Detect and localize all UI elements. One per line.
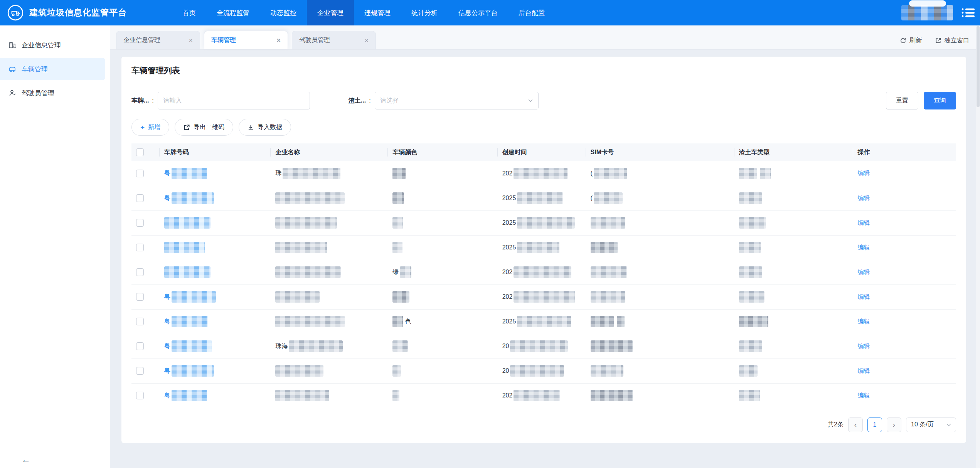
redacted-color [392,192,404,204]
type-filter-select[interactable]: 请选择 [375,92,539,109]
edit-link[interactable]: 编辑 [858,170,870,176]
redacted-created [517,316,571,327]
redacted-sim [594,168,627,179]
redacted-company [275,291,320,303]
row-checkbox[interactable] [136,170,144,177]
table-row: 粤 2025 ( 编辑 [131,186,956,210]
filter-buttons: 重置 查询 [886,92,956,109]
row-checkbox[interactable] [136,219,144,227]
row-checkbox[interactable] [136,392,144,399]
page-title: 车辆管理列表 [121,57,966,83]
redacted-sim [591,365,623,377]
prev-page-button[interactable]: ‹ [848,417,863,432]
redacted-created [510,340,568,352]
redacted-color [392,242,402,253]
row-checkbox[interactable] [136,342,144,350]
edit-link[interactable]: 编辑 [858,367,870,374]
plate-filter-input[interactable] [158,92,310,109]
tab-drivers[interactable]: 驾驶员管理 × [292,31,376,49]
sidebar-item-enterprise-info[interactable]: 企业信息管理 [0,34,105,56]
row-checkbox[interactable] [136,293,144,301]
redacted-type [739,266,762,278]
building-icon [8,41,16,49]
close-icon[interactable]: × [276,37,281,44]
redacted-created [514,168,567,179]
col-company: 企业名称 [271,143,388,161]
redacted-company [275,242,327,253]
plate-fragment: 粤 [164,195,170,201]
edit-link[interactable]: 编辑 [858,343,870,349]
reset-button[interactable]: 重置 [886,92,918,109]
edit-link[interactable]: 编辑 [858,244,870,251]
select-placeholder: 请选择 [381,97,399,105]
edit-link[interactable]: 编辑 [858,392,870,399]
row-checkbox[interactable] [136,367,144,375]
search-button[interactable]: 查询 [924,92,956,109]
row-checkbox[interactable] [136,194,144,202]
sidebar-collapse-arrow[interactable]: ← [21,455,30,464]
next-page-button[interactable]: › [887,417,901,432]
page-number[interactable]: 1 [867,417,882,432]
hamburger-menu-icon[interactable] [961,8,975,18]
nav-item-dynamic-monitor[interactable]: 动态监控 [260,0,307,25]
redacted-created [514,266,571,278]
sidebar-item-vehicles[interactable]: 车辆管理 [0,58,105,80]
close-icon[interactable]: × [364,37,369,44]
color-fragment: 色 [405,318,411,325]
sidebar: 企业信息管理 车辆管理 驾驶员管理 ← [0,25,110,468]
created-fragment: 202 [502,293,513,300]
redacted-company [275,390,329,401]
redacted-created [514,291,575,303]
plate-fragment: 粤 [164,392,170,399]
row-checkbox[interactable] [136,318,144,325]
edit-link[interactable]: 编辑 [858,219,870,226]
nav-item-violation[interactable]: 违规管理 [354,0,401,25]
standalone-window-button[interactable]: 独立窗口 [935,37,969,45]
refresh-button[interactable]: 刷新 [900,37,922,45]
table-row: 绿 202 编辑 [131,260,956,285]
tab-vehicles[interactable]: 车辆管理 × [204,31,288,49]
export-qrcode-button[interactable]: 导出二维码 [175,119,233,136]
col-type: 渣土车类型 [734,143,853,161]
redacted-plate [172,316,208,327]
edit-link[interactable]: 编辑 [858,318,870,325]
sidebar-item-label: 驾驶员管理 [22,89,54,98]
nav-item-enterprise[interactable]: 企业管理 [307,0,354,25]
edit-link[interactable]: 编辑 [858,293,870,300]
edit-link[interactable]: 编辑 [858,195,870,201]
sidebar-item-drivers[interactable]: 驾驶员管理 [0,82,105,104]
table-row: 粤 202 编辑 [131,383,956,408]
user-avatar[interactable] [901,5,953,20]
select-all-checkbox[interactable] [136,148,144,156]
app-title: 建筑垃圾信息化监管平台 [29,7,127,19]
close-icon[interactable]: × [189,37,193,44]
scrollbar-track[interactable] [976,25,980,468]
page-size-select[interactable]: 10 条/页 [906,417,956,432]
redacted-plate [172,390,207,401]
nav-item-statistics[interactable]: 统计分析 [401,0,448,25]
redacted-sim [591,242,618,253]
edit-link[interactable]: 编辑 [858,269,870,275]
col-created: 创建时间 [498,143,586,161]
topbar-right [901,5,975,20]
type-filter-label: 渣土... [349,97,366,105]
pagination: 共2条 ‹ 1 › 10 条/页 [121,408,966,443]
redacted-type [760,168,771,179]
redacted-sim [591,266,627,278]
tab-label: 车辆管理 [211,36,236,44]
add-button[interactable]: + 新增 [131,119,169,136]
redacted-color [400,266,411,278]
nav-item-full-process[interactable]: 全流程监管 [206,0,260,25]
row-checkbox[interactable] [136,268,144,276]
redacted-company [289,340,343,352]
row-checkbox[interactable] [136,244,144,251]
company-fragment: 珠海 [275,343,288,349]
tab-enterprise-info[interactable]: 企业信息管理 × [116,31,200,49]
nav-item-public-platform[interactable]: 信息公示平台 [448,0,508,25]
nav-item-backend-config[interactable]: 后台配置 [508,0,555,25]
import-data-button[interactable]: 导入数据 [239,119,291,136]
nav-item-home[interactable]: 首页 [172,0,206,25]
plate-filter-label: 车牌... [131,97,149,105]
scrollbar-thumb[interactable] [977,26,980,107]
colon: : [369,97,370,104]
